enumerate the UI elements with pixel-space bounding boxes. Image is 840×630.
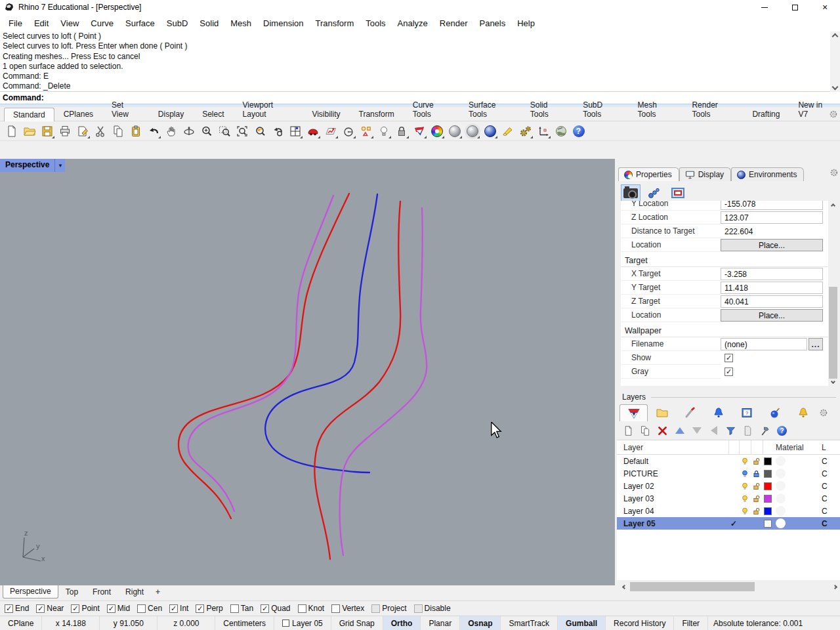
viewport-tab[interactable]: Top	[58, 585, 85, 599]
toolbar-tab[interactable]: Visibility	[303, 107, 349, 121]
layer-color-swatch[interactable]	[763, 507, 773, 515]
toolbar-tab[interactable]: Solid Tools	[521, 98, 574, 121]
layer-row-04[interactable]: Layer 04 C	[617, 505, 840, 517]
toolbar-tab[interactable]: Drafting	[743, 107, 789, 121]
cplane-icon[interactable]	[322, 122, 339, 140]
command-history[interactable]: Select curves to loft ( Point )Select cu…	[0, 32, 840, 92]
menu-item[interactable]: Edit	[28, 14, 54, 32]
osnap-toggle[interactable]: Disable	[414, 604, 451, 613]
move-layer-up-icon[interactable]	[672, 423, 687, 438]
cut-icon[interactable]	[91, 122, 109, 140]
checkbox-icon[interactable]	[414, 604, 423, 613]
toolbar-tab[interactable]: Select	[193, 107, 233, 121]
wallpaper-show-checkbox[interactable]	[724, 354, 733, 362]
viewport-layout-icon[interactable]	[286, 122, 304, 140]
status-cell[interactable]: Gumball	[558, 616, 606, 630]
toolbar-tab[interactable]: Render Tools	[682, 98, 743, 121]
panel-options-gear-icon[interactable]	[830, 168, 839, 177]
menu-item[interactable]: File	[3, 14, 28, 32]
layer-material-swatch[interactable]	[773, 506, 822, 516]
zoom-selected-icon[interactable]	[251, 122, 268, 140]
menu-item[interactable]: Tools	[360, 14, 391, 32]
osnap-toggle[interactable]: Knot	[298, 604, 325, 613]
menu-item[interactable]: Dimension	[257, 14, 309, 32]
scroll-left-icon[interactable]	[620, 581, 629, 592]
camera-place-button[interactable]: Place...	[721, 239, 823, 251]
osnap-toggle[interactable]: Vertex	[331, 604, 364, 613]
checkbox-icon[interactable]	[371, 604, 380, 613]
layer-row-picture[interactable]: PICTURE C	[617, 467, 840, 480]
tab-properties[interactable]: Properties	[618, 167, 679, 181]
layer-tools-icon[interactable]	[757, 423, 772, 438]
tab-layers-notifications-blue[interactable]	[704, 404, 732, 421]
layers-options-gear-icon[interactable]	[817, 404, 830, 421]
scrollbar-thumb[interactable]	[630, 582, 755, 591]
layers-horizontal-scrollbar[interactable]	[620, 581, 840, 592]
status-cell[interactable]: SmartTrack	[501, 616, 558, 630]
options-gears-icon[interactable]	[516, 122, 534, 140]
tab-display[interactable]: Display	[679, 167, 731, 181]
layer-row-05-selected[interactable]: Layer 05 ✓ C	[617, 517, 840, 530]
menu-item[interactable]: Surface	[119, 14, 161, 32]
target-place-button[interactable]: Place...	[721, 309, 823, 322]
lock-open-icon[interactable]	[751, 457, 763, 465]
checkbox-icon[interactable]	[230, 604, 239, 613]
dolly-properties-button[interactable]	[644, 184, 664, 201]
print-icon[interactable]	[56, 122, 74, 140]
move-icon[interactable]	[304, 122, 322, 140]
viewport-perspective[interactable]: Perspective ▼ z y x	[0, 159, 615, 585]
visibility-bulb-icon[interactable]	[739, 482, 751, 490]
status-cell[interactable]: Record History	[606, 616, 674, 630]
lock-open-icon[interactable]	[751, 495, 763, 503]
tab-environments[interactable]: Environments	[731, 167, 804, 181]
layer-color-swatch[interactable]	[763, 520, 773, 528]
toolbar-tab[interactable]: Mesh Tools	[629, 98, 683, 121]
scroll-down-icon[interactable]	[828, 377, 838, 386]
pan-hand-icon[interactable]	[162, 122, 180, 140]
color-wheel-icon[interactable]	[428, 122, 446, 140]
rotate-view-icon[interactable]	[180, 122, 198, 140]
toolbar-tab[interactable]: Display	[149, 107, 193, 121]
lock-open-icon[interactable]	[751, 482, 763, 490]
layer-linetype[interactable]: C	[822, 519, 833, 528]
menu-item[interactable]: Panels	[473, 14, 511, 32]
menu-item[interactable]: Transform	[309, 14, 360, 32]
osnap-toggle[interactable]: Perp	[196, 604, 222, 613]
match-layer-icon[interactable]	[740, 423, 755, 438]
layer-color-swatch[interactable]	[763, 457, 773, 465]
lock-closed-icon[interactable]	[751, 470, 763, 478]
osnap-toggle[interactable]: Cen	[137, 604, 162, 613]
viewport-tab[interactable]: Right	[118, 585, 151, 599]
new-layer-icon[interactable]	[621, 423, 636, 438]
menu-item[interactable]: Render	[434, 14, 474, 32]
zoom-window-icon[interactable]	[215, 122, 233, 140]
status-cell[interactable]: z 0.000	[158, 616, 215, 630]
layer-linetype[interactable]: C	[822, 494, 833, 503]
z-target-field[interactable]: 40.041	[721, 295, 823, 308]
menu-item[interactable]: Help	[511, 14, 541, 32]
camera-properties-button[interactable]	[621, 184, 640, 201]
osnap-toggle[interactable]: Int	[169, 604, 188, 613]
curve-magenta-right[interactable]	[339, 208, 427, 555]
menu-item[interactable]: Curve	[85, 14, 119, 32]
status-cell[interactable]: Centimeters	[215, 616, 274, 630]
layer-linetype[interactable]: C	[822, 457, 833, 466]
column-linetype[interactable]: L	[822, 443, 833, 452]
help-icon[interactable]: ?	[570, 122, 587, 140]
toolbar-tab[interactable]: Curve Tools	[404, 98, 459, 121]
scrollbar-thumb[interactable]	[829, 287, 837, 379]
layer-row-03[interactable]: Layer 03 C	[617, 492, 840, 505]
status-cell[interactable]: Planar	[421, 616, 460, 630]
collapse-layers-icon[interactable]	[706, 423, 721, 438]
paste-icon[interactable]	[127, 122, 144, 140]
status-cell[interactable]: Osnap	[460, 616, 501, 630]
curve-red-right[interactable]	[314, 201, 400, 559]
lock-open-icon[interactable]	[751, 507, 763, 515]
scroll-right-icon[interactable]	[830, 581, 840, 592]
tab-layers-rhino[interactable]	[620, 404, 648, 421]
maximize-button[interactable]	[780, 0, 810, 14]
status-cell[interactable]: Ortho	[383, 616, 421, 630]
column-layer[interactable]: Layer	[617, 443, 728, 452]
properties-scrollbar[interactable]	[828, 201, 838, 386]
lamp-icon[interactable]	[375, 122, 392, 140]
